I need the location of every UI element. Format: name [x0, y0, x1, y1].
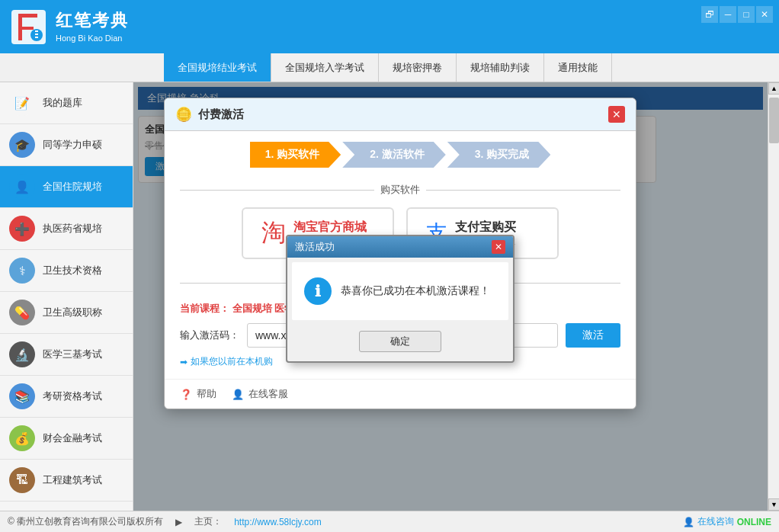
- sidebar-item-tongdeng[interactable]: 🎓 同等学力申硕: [0, 124, 133, 166]
- gongcheng-icon: 🏗: [9, 467, 35, 493]
- logo-text: 红笔考典 Hong Bi Kao Dian: [56, 9, 129, 44]
- maximize-button[interactable]: □: [738, 6, 755, 23]
- sidebar-label-tiku: 我的题库: [43, 96, 82, 110]
- weisheng-icon: ⚕: [9, 258, 35, 284]
- service-link[interactable]: 👤 在线客服: [232, 387, 288, 401]
- url-separator: ▶: [175, 517, 182, 527]
- caijin-icon: 💰: [9, 425, 35, 451]
- sidebar-item-gaozhi[interactable]: 💊 卫生高级职称: [0, 292, 133, 334]
- sidebar-item-yixue[interactable]: 🔬 医学三基考试: [0, 334, 133, 376]
- service-icon: 👤: [232, 389, 244, 400]
- tab-guijun-jieye[interactable]: 全国规培结业考试: [164, 53, 271, 82]
- online-label: 在线咨询: [697, 515, 734, 528]
- minimize-button[interactable]: ─: [720, 6, 736, 23]
- sidebar-label-kaoyan: 考研资格考试: [43, 389, 102, 403]
- sidebar-label-guijpei: 全国住院规培: [43, 180, 102, 194]
- svg-rect-6: [35, 34, 38, 35]
- success-footer: 确定: [287, 325, 513, 361]
- success-body: ℹ 恭喜你已成功在本机激活课程！: [292, 262, 508, 320]
- online-status: 👤 在线咨询 ONLINE: [683, 515, 771, 528]
- help-icon: ❓: [180, 389, 192, 400]
- sidebar-label-caijin: 财会金融考试: [43, 431, 102, 445]
- tiku-icon: 📝: [9, 90, 35, 116]
- zhiyi-icon: ➕: [9, 216, 35, 242]
- nav-tabs: 全国规培结业考试 全国规培入学考试 规培密押卷 规培辅助判读 通用技能: [0, 53, 779, 82]
- sidebar-label-gaozhi: 卫生高级职称: [43, 306, 102, 319]
- sidebar-item-zhiyi[interactable]: ➕ 执医药省规培: [0, 208, 133, 250]
- step-activate: 2. 激活软件: [342, 142, 446, 168]
- steps-bar: 1. 购买软件 2. 激活软件 3. 购买完成: [165, 131, 636, 178]
- sidebar-item-gongcheng[interactable]: 🏗 工程建筑考试: [0, 460, 133, 502]
- sidebar: 📝 我的题库 🎓 同等学力申硕 👤 全国住院规培 ➕ 执医药省规培 ⚕ 卫生技术…: [0, 82, 133, 511]
- taobao-icon: 淘: [261, 216, 286, 250]
- tab-miyajuan[interactable]: 规培密押卷: [379, 53, 457, 82]
- success-info-icon: ℹ: [304, 277, 332, 305]
- scrollbar-thumb[interactable]: [769, 98, 779, 143]
- sidebar-item-caijin[interactable]: 💰 财会金融考试: [0, 418, 133, 460]
- confirm-button[interactable]: 确定: [359, 331, 441, 352]
- success-dialog: 激活成功 ✕ ℹ 恭喜你已成功在本机激活课程！ 确定: [286, 235, 515, 363]
- scrollbar: ▲ ▼: [768, 82, 779, 511]
- sidebar-label-tongdeng: 同等学力申硕: [43, 138, 102, 152]
- dialog-footer: ❓ 帮助 👤 在线客服: [165, 379, 636, 409]
- activate-button[interactable]: 激活: [566, 323, 620, 348]
- tab-fuzhu-pandu[interactable]: 规培辅助判读: [457, 53, 544, 82]
- url-value: http://www.58lcjy.com: [234, 517, 321, 527]
- svg-rect-7: [35, 37, 38, 38]
- restore-button[interactable]: 🗗: [701, 6, 718, 23]
- online-icon: 👤: [683, 517, 694, 527]
- url-label: 主页：: [194, 515, 222, 528]
- scrollbar-down-button[interactable]: ▼: [768, 498, 779, 511]
- app-logo: 红笔考典 Hong Bi Kao Dian: [8, 6, 129, 48]
- success-header: 激活成功 ✕: [287, 236, 513, 258]
- guijpei-icon: 👤: [9, 174, 35, 200]
- tab-guijun-ruxue[interactable]: 全国规培入学考试: [271, 53, 379, 82]
- tab-tongyong-jineng[interactable]: 通用技能: [544, 53, 612, 82]
- copyright: © 衢州立创教育咨询有限公司版权所有: [8, 515, 163, 528]
- help-link[interactable]: ❓ 帮助: [180, 387, 216, 401]
- logo-icon: [8, 6, 50, 48]
- main-layout: 📝 我的题库 🎓 同等学力申硕 👤 全国住院规培 ➕ 执医药省规培 ⚕ 卫生技术…: [0, 82, 779, 511]
- sidebar-item-guijpei[interactable]: 👤 全国住院规培: [0, 166, 133, 208]
- scrollbar-up-button[interactable]: ▲: [768, 82, 779, 95]
- sidebar-label-yixue: 医学三基考试: [43, 348, 102, 361]
- svg-rect-2: [18, 14, 37, 18]
- title-bar: 红笔考典 Hong Bi Kao Dian 🗗 ─ □ ✕: [0, 0, 779, 53]
- sidebar-label-zhiyi: 执医药省规培: [43, 222, 102, 236]
- step-complete: 3. 购买完成: [447, 142, 551, 168]
- sidebar-label-weisheng: 卫生技术资格: [43, 264, 102, 277]
- svg-rect-3: [18, 27, 34, 30]
- close-button[interactable]: ✕: [756, 6, 773, 23]
- online-indicator: ONLINE: [737, 517, 771, 527]
- content-area: 全国规培 急诊科 全国规培 急诊科 零售价: 169.00 限时折扣: 9 激活…: [133, 82, 768, 511]
- step-buy: 1. 购买软件: [250, 142, 341, 168]
- yixue-icon: 🔬: [9, 341, 35, 367]
- sidebar-label-gongcheng: 工程建筑考试: [43, 473, 102, 487]
- success-title: 激活成功: [295, 240, 335, 254]
- success-close-button[interactable]: ✕: [492, 240, 505, 254]
- svg-rect-5: [35, 30, 38, 32]
- sidebar-item-kaoyan[interactable]: 📚 考研资格考试: [0, 376, 133, 418]
- buy-section-divider: 购买软件: [165, 178, 636, 201]
- status-bar: © 衢州立创教育咨询有限公司版权所有 ▶ 主页： http://www.58lc…: [0, 511, 779, 532]
- sidebar-item-weisheng[interactable]: ⚕ 卫生技术资格: [0, 250, 133, 292]
- dialog-close-button[interactable]: ✕: [608, 106, 625, 123]
- coin-icon: 🪙: [175, 106, 192, 123]
- kaoyan-icon: 📚: [9, 383, 35, 409]
- dialog-header: 🪙 付费激活 ✕: [165, 98, 636, 131]
- gaozhi-icon: 💊: [9, 300, 35, 325]
- window-controls: 🗗 ─ □ ✕: [701, 6, 773, 23]
- success-message: 恭喜你已成功在本机激活课程！: [341, 284, 490, 298]
- tongdeng-icon: 🎓: [9, 132, 35, 158]
- dialog-title: 🪙 付费激活: [175, 106, 244, 123]
- sidebar-item-tiku[interactable]: 📝 我的题库: [0, 82, 133, 124]
